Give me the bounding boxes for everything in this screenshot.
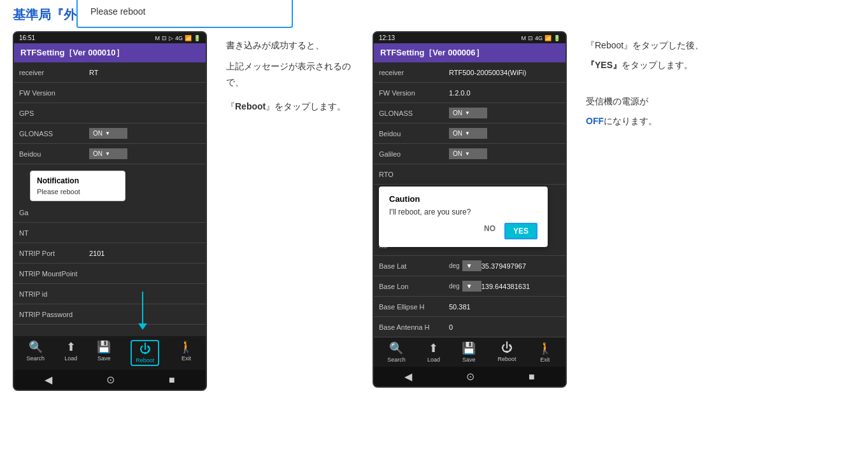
table-row: FW Version [14,83,206,103]
right-status-icons: M ⊡ 4G 📶 🔋 [521,35,560,41]
exit-icon: 🚶 [538,341,552,355]
notification-text-large: Please reboot [90,6,279,17]
reboot-icon: ⏻ [501,341,513,355]
table-row: NTRIP MountPoint [14,264,206,284]
table-row: Base Lat deg ▼ 35.379497967 [374,256,566,276]
right-phone-wrapper: 12:13 M ⊡ 4G 📶 🔋 RTFSetting［Ver 000006］ … [373,31,567,388]
save-label: Save [97,355,111,362]
notification-dialog-small: Notification Please reboot [30,171,125,201]
right-time: 12:13 [379,34,395,41]
left-phone: 16:51 M ⊡ ▷ 4G 📶 🔋 RTFSetting［Ver 000010… [13,31,207,391]
load-label: Load [64,355,77,362]
right-instruction-line3: 受信機の電源が [586,94,704,109]
table-row: receiver RTF500-20050034(WiFi) [374,62,566,83]
table-row: Beidou ON ▼ [14,144,206,164]
right-load-button[interactable]: ⬆ Load [427,341,440,363]
left-time: 16:51 [19,34,35,41]
left-phone-nav: ◀ ⊙ ■ [14,370,206,390]
save-icon: 💾 [97,340,111,354]
right-app-header: RTFSetting［Ver 000006］ [374,43,566,62]
left-status-icons: M ⊡ ▷ 4G 📶 🔋 [155,35,201,41]
left-phone-wrapper: Notification Please reboot 16:51 M ⊡ ▷ 4… [13,31,207,391]
table-row: Base Lon deg ▼ 139.644381631 [374,276,566,297]
reboot-icon: ⏻ [139,343,151,356]
exit-label: Exit [540,357,550,363]
right-reboot-button[interactable]: ⏻ Reboot [498,341,516,363]
load-label: Load [427,357,440,363]
right-instruction-line2: 『YES』をタップします。 [586,57,704,73]
table-row: NTRIP id [14,284,206,304]
right-phone-nav: ◀ ⊙ ■ [374,367,566,386]
load-icon: ⬆ [429,341,438,355]
left-status-bar: 16:51 M ⊡ ▷ 4G 📶 🔋 [14,32,206,43]
reboot-label: Reboot [498,356,516,362]
table-row: Beidou ON ▼ [374,124,566,144]
right-search-button[interactable]: 🔍 Search [387,341,406,363]
right-exit-button[interactable]: 🚶 Exit [538,341,552,363]
save-button[interactable]: 💾 Save [97,340,111,366]
table-row: Galileo ON ▼ [374,144,566,164]
table-row: NTRIP Password [14,304,206,325]
table-row: Ga [14,202,206,223]
off-text: OFF [586,116,604,126]
reboot-button[interactable]: ⏻ Reboot [131,340,159,366]
table-row: NTRIP Port 2101 [14,243,206,264]
left-app-header: RTFSetting［Ver 000010］ [14,43,206,62]
right-text-section: 『Reboot』をタップした後、 『YES』をタップします。 受信機の電源が O… [580,31,710,139]
exit-label: Exit [181,355,191,362]
save-label: Save [462,357,476,363]
search-label: Search [387,357,406,363]
caution-yes-button[interactable]: YES [504,223,537,239]
middle-text-section: 書き込みが成功すると、 上記メッセージが表示されるので、 『Reboot』をタッ… [220,31,360,126]
right-status-bar: 12:13 M ⊡ 4G 📶 🔋 [374,32,566,43]
back-button[interactable]: ◀ [404,371,412,383]
right-phone-body: receiver RTF500-20050034(WiFi) FW Versio… [374,62,566,337]
save-icon: 💾 [462,341,476,355]
notification-title-small: Notification [37,176,118,185]
home-button[interactable]: ⊙ [466,371,474,383]
notification-dialog-large: Notification Please reboot [76,0,293,28]
table-row: GPS [14,103,206,124]
reboot-word: Reboot [235,101,266,111]
search-icon: 🔍 [389,341,403,355]
caution-dialog: Caution I'll reboot, are you sure? NO YE… [379,187,548,247]
table-row: NT [14,223,206,243]
right-instruction-line4: OFFになります。 [586,113,704,129]
load-icon: ⬆ [66,340,76,354]
home-button[interactable]: ⊙ [106,374,115,386]
instruction-line2: 上記メッセージが表示されるので、 [226,59,353,90]
right-instruction-line1: 『Reboot』をタップした後、 [586,38,704,53]
right-phone: 12:13 M ⊡ 4G 📶 🔋 RTFSetting［Ver 000006］ … [373,31,567,388]
reboot-label: Reboot [136,357,154,364]
table-row: GLONASS ON ▼ [14,124,206,144]
caution-title: Caution [389,194,537,204]
table-row: GLONASS ON ▼ [374,103,566,124]
table-row: FW Version 1.2.0.0 [374,83,566,103]
search-label: Search [27,355,45,362]
left-phone-footer: 🔍 Search ⬆ Load 💾 Save ⏻ Reboot 🚶 E [14,336,206,370]
recent-button[interactable]: ■ [169,374,175,386]
table-row: receiver RT [14,62,206,83]
exit-button[interactable]: 🚶 Exit [179,340,193,366]
load-button[interactable]: ⬆ Load [64,340,77,366]
exit-icon: 🚶 [179,340,193,354]
caution-text: I'll reboot, are you sure? [389,208,537,216]
search-icon: 🔍 [29,340,43,354]
left-phone-body: receiver RT FW Version GPS GLONASS ON ▼ … [14,62,206,336]
back-button[interactable]: ◀ [45,374,52,386]
table-row: Base Antenna H 0 [374,317,566,337]
search-button[interactable]: 🔍 Search [27,340,45,366]
right-phone-footer: 🔍 Search ⬆ Load 💾 Save ⏻ Reboot 🚶 E [374,337,566,367]
main-content: Notification Please reboot 16:51 M ⊡ ▷ 4… [13,31,855,391]
table-row: RTO [374,164,566,185]
caution-no-button[interactable]: NO [481,223,498,239]
recent-button[interactable]: ■ [529,371,535,383]
reboot-action-text: 『Reboot』をタップします。 [226,99,353,115]
right-save-button[interactable]: 💾 Save [462,341,476,363]
instruction-line1: 書き込みが成功すると、 [226,38,353,53]
caution-buttons: NO YES [389,223,537,239]
table-row: Base Ellipse H 50.381 [374,297,566,317]
notification-text-small: Please reboot [37,188,118,195]
